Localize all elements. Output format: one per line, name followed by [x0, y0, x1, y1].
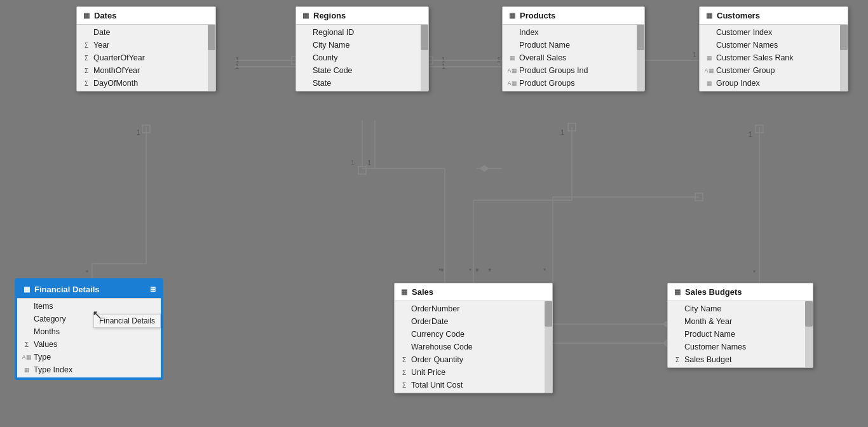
- table-row[interactable]: Customer Names: [668, 341, 813, 353]
- text-measure-icon: A▦: [508, 79, 517, 88]
- table-row[interactable]: A▦ Product Groups Ind: [503, 64, 644, 77]
- measure-icon: ▦: [705, 79, 714, 88]
- none-icon: [705, 28, 714, 37]
- table-row[interactable]: ▦ Customer Sales Rank: [700, 51, 848, 64]
- measure-icon: ▦: [508, 53, 517, 62]
- table-row[interactable]: Σ MonthOfYear: [77, 64, 215, 77]
- svg-text:1: 1: [693, 51, 696, 58]
- table-row[interactable]: Σ Order Quantity: [395, 353, 552, 366]
- svg-rect-28: [695, 193, 703, 201]
- none-icon: [400, 342, 409, 351]
- none-icon: [22, 302, 31, 311]
- text-measure-icon: A▦: [508, 66, 517, 75]
- table-row[interactable]: Customer Index: [700, 26, 848, 39]
- svg-text:*: *: [469, 267, 472, 274]
- products-table[interactable]: ▦ Products Index Product Name ▦ Overall …: [502, 6, 645, 92]
- svg-text:1: 1: [442, 56, 445, 64]
- svg-text:1: 1: [351, 159, 355, 166]
- svg-text:1: 1: [235, 56, 239, 64]
- dates-table-header: ▦ Dates: [77, 7, 215, 25]
- table-row[interactable]: Σ QuarterOfYear: [77, 51, 215, 64]
- table-row[interactable]: Σ Sales Budget: [668, 353, 813, 366]
- sigma-icon: Σ: [82, 53, 91, 62]
- svg-rect-9: [358, 166, 366, 174]
- table-row[interactable]: County: [296, 51, 428, 64]
- svg-text:*: *: [86, 269, 89, 276]
- table-row[interactable]: Σ Year: [77, 39, 215, 51]
- sales-budgets-table-header: ▦ Sales Budgets: [668, 283, 813, 301]
- none-icon: [301, 28, 310, 37]
- text-measure-icon: A▦: [705, 66, 714, 75]
- sales-table[interactable]: ▦ Sales OrderNumber OrderDate Currency C…: [394, 283, 553, 393]
- sales-table-header: ▦ Sales: [395, 283, 552, 301]
- none-icon: [400, 330, 409, 339]
- table-row[interactable]: A▦ Type: [17, 351, 161, 363]
- none-icon: [705, 41, 714, 50]
- measure-icon: ▦: [22, 365, 31, 374]
- none-icon: [673, 317, 682, 326]
- table-row[interactable]: Month & Year: [668, 315, 813, 328]
- none-icon: [301, 53, 310, 62]
- table-row[interactable]: City Name: [296, 39, 428, 51]
- svg-text:1: 1: [560, 128, 564, 136]
- svg-text:*: *: [440, 266, 444, 276]
- svg-text:1: 1: [497, 56, 501, 64]
- expand-icon[interactable]: ⊞: [150, 285, 156, 294]
- table-row[interactable]: Σ Total Unit Cost: [395, 379, 552, 391]
- table-row[interactable]: Items: [17, 300, 161, 313]
- table-row[interactable]: Product Name: [503, 39, 644, 51]
- table-row[interactable]: ▦ Type Index: [17, 363, 161, 376]
- regions-table[interactable]: ▦ Regions Regional ID City Name County S…: [295, 6, 429, 92]
- customers-table-body: Customer Index Customer Names ▦ Customer…: [700, 25, 848, 91]
- table-row[interactable]: Index: [503, 26, 644, 39]
- table-icon: ▦: [22, 285, 31, 294]
- table-row[interactable]: OrderDate: [395, 315, 552, 328]
- table-row[interactable]: A▦ Product Groups: [503, 77, 644, 90]
- svg-text:*: *: [488, 266, 492, 276]
- table-row[interactable]: Regional ID: [296, 26, 428, 39]
- sales-budgets-table[interactable]: ▦ Sales Budgets City Name Month & Year P…: [667, 283, 813, 368]
- svg-text:1: 1: [137, 128, 140, 136]
- text-measure-icon: A▦: [22, 353, 31, 362]
- table-icon: ▦: [400, 288, 409, 297]
- table-row[interactable]: Customer Names: [700, 39, 848, 51]
- table-row[interactable]: Date: [77, 26, 215, 39]
- sigma-icon: Σ: [673, 355, 682, 364]
- none-icon: [301, 79, 310, 88]
- table-row[interactable]: State: [296, 77, 428, 90]
- none-icon: [400, 317, 409, 326]
- svg-text:*: *: [475, 266, 479, 276]
- table-row[interactable]: City Name: [668, 302, 813, 315]
- svg-text:*: *: [753, 269, 756, 276]
- sigma-icon: Σ: [400, 381, 409, 390]
- products-table-body: Index Product Name ▦ Overall Sales A▦ Pr…: [503, 25, 644, 91]
- table-row[interactable]: Product Name: [668, 328, 813, 341]
- table-row[interactable]: OrderNumber: [395, 302, 552, 315]
- table-icon: ▦: [705, 11, 714, 20]
- none-icon: [508, 41, 517, 50]
- svg-marker-21: [480, 165, 489, 172]
- table-row[interactable]: ▦ Overall Sales: [503, 51, 644, 64]
- table-row[interactable]: Σ DayOfMonth: [77, 77, 215, 90]
- sigma-icon: Σ: [82, 41, 91, 50]
- none-icon: [673, 304, 682, 313]
- svg-text:1: 1: [367, 159, 371, 166]
- none-icon: [508, 28, 517, 37]
- svg-text:1: 1: [235, 62, 239, 70]
- table-row[interactable]: Warehouse Code: [395, 341, 552, 353]
- svg-text:*: *: [438, 267, 442, 274]
- tooltip: Financial Details: [93, 314, 161, 328]
- table-row[interactable]: Currency Code: [395, 328, 552, 341]
- table-row[interactable]: Σ Values: [17, 338, 161, 351]
- dates-table[interactable]: ▦ Dates Date Σ Year Σ QuarterOfYear Σ Mo…: [76, 6, 216, 92]
- table-row[interactable]: A▦ Customer Group: [700, 64, 848, 77]
- regions-table-body: Regional ID City Name County State Code …: [296, 25, 428, 91]
- table-row[interactable]: ▦ Group Index: [700, 77, 848, 90]
- table-icon: ▦: [673, 288, 682, 297]
- sales-table-body: OrderNumber OrderDate Currency Code Ware…: [395, 301, 552, 393]
- table-row[interactable]: Σ Unit Price: [395, 366, 552, 379]
- table-row[interactable]: State Code: [296, 64, 428, 77]
- svg-text:*: *: [543, 267, 546, 274]
- customers-table[interactable]: ▦ Customers Customer Index Customer Name…: [699, 6, 848, 92]
- financial-details-table[interactable]: ▦ Financial Details ⊞ Items Category Mon…: [16, 280, 162, 379]
